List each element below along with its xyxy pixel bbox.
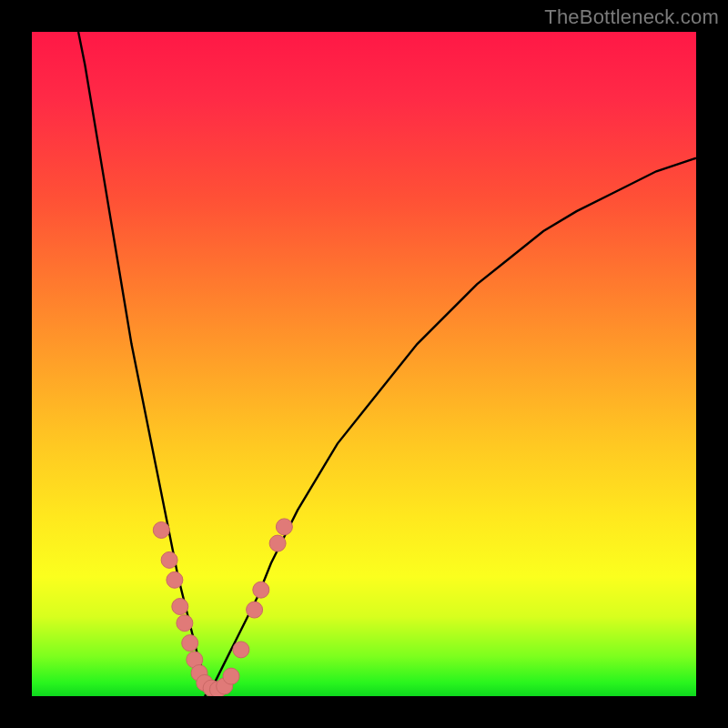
highlighted-points [153,519,292,696]
marker-point [153,522,169,539]
plot-area [32,32,696,696]
marker-point [182,635,198,652]
marker-point [253,581,269,598]
marker-point [233,642,249,658]
marker-point [167,571,183,588]
marker-point [161,551,177,568]
marker-point [269,535,286,551]
marker-point [172,599,188,615]
marker-point [223,668,239,684]
marker-point [177,615,193,632]
chart-svg [32,32,696,696]
marker-point [276,519,292,535]
chart-frame: TheBottleneck.com [0,0,728,728]
marker-point [247,602,263,618]
right-curve [205,158,696,696]
attribution-text: TheBottleneck.com [544,5,719,29]
left-curve [78,32,217,696]
